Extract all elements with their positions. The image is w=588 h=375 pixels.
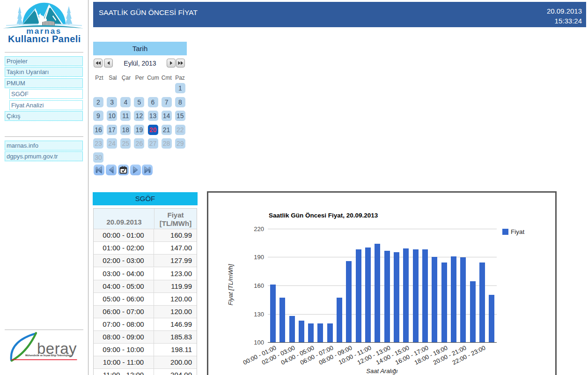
svg-text:Kullanıcı Paneli: Kullanıcı Paneli: [8, 34, 81, 44]
svg-text:Mühendislik ve İnşaat Bilgi Te: Mühendislik ve İnşaat Bilgi Teknolojiler…: [25, 354, 71, 357]
